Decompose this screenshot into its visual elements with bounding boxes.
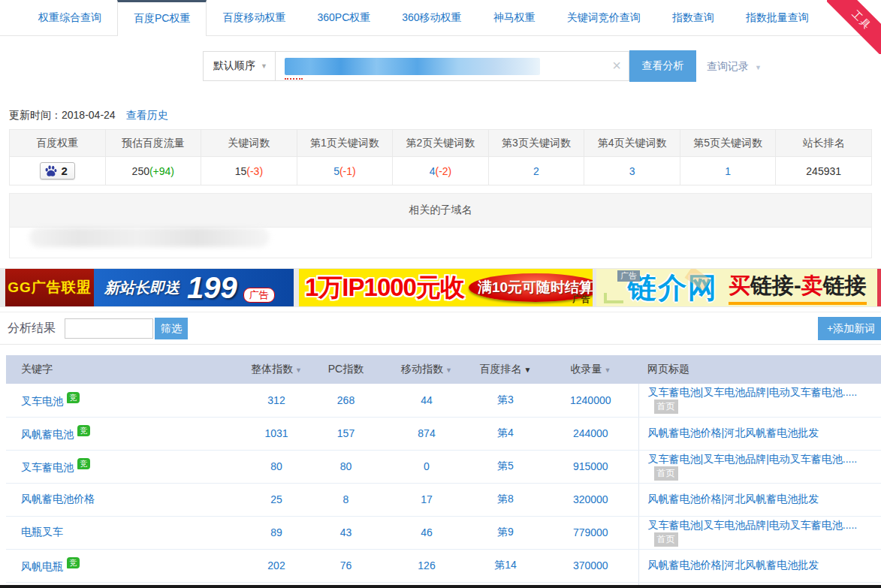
bottom-edge-bar <box>0 585 881 588</box>
homepage-badge: 首页 <box>654 532 678 547</box>
ad1-brand: GG广告联盟 <box>5 269 94 306</box>
page-title-cell: 风帆蓄电池价格|河北风帆蓄电池批发 <box>638 417 881 450</box>
corner-ribbon-label: 工具 <box>827 0 881 54</box>
chevron-down-icon: ▼ <box>755 64 762 71</box>
tab-baidu-mobile-weight[interactable]: 百度移动权重 <box>207 0 301 35</box>
results-header-page-title: 网页标题 <box>638 355 881 384</box>
table-row: 电瓶叉车894346第9779000叉车蓄电池|叉车电池品牌|电动叉车蓄电池..… <box>6 516 881 549</box>
results-body: 叉车电池竞31226844第31240000叉车蓄电池|叉车电池品牌|电动叉车蓄… <box>6 384 881 588</box>
bidding-icon: 竞 <box>67 392 80 403</box>
keyword-link[interactable]: 风帆蓄电池 <box>21 428 74 440</box>
sort-order-dropdown[interactable]: 默认顺序 ▼ <box>203 51 276 81</box>
traffic-delta: (+94) <box>149 165 174 177</box>
tab-keyword-bidding-query[interactable]: 关键词竞价查询 <box>551 0 656 35</box>
pc-index-cell: 268 <box>306 384 385 417</box>
overall-index-cell: 25 <box>246 483 306 516</box>
page1-delta: (-1) <box>339 165 356 177</box>
search-section: 默认顺序 ▼ × 查看分析 查询记录 ▼ <box>0 36 881 98</box>
stats-header-baidu-weight: 百度权重 <box>10 130 106 157</box>
keyword-link[interactable]: 叉车电池 <box>21 395 63 407</box>
filter-input[interactable] <box>65 318 153 339</box>
stats-header-page4: 第4页关键词数 <box>584 130 680 157</box>
tab-360-mobile-weight[interactable]: 360移动权重 <box>386 0 477 35</box>
ad2-slogan: 1万IP1000元收 <box>305 271 464 305</box>
page5-cell: 1 <box>680 157 776 185</box>
redacted-domain-value <box>285 58 540 75</box>
tab-weight-overview[interactable]: 权重综合查询 <box>23 0 117 35</box>
homepage-badge: 首页 <box>654 466 678 481</box>
view-history-link[interactable]: 查看历史 <box>126 109 168 122</box>
keyword-results-table: 关键字整体指数▼PC指数移动指数▼百度排名▼收录量▼网页标题 叉车电池竞3122… <box>6 355 881 588</box>
filter-section: 分析结果 筛选 +添加新词 <box>0 312 881 345</box>
tab-baidu-pc-weight[interactable]: 百度PC权重 <box>117 0 207 36</box>
stats-header-page2: 第2页关键词数 <box>393 130 489 157</box>
results-header-collected-count[interactable]: 收录量▼ <box>543 355 638 384</box>
overall-index-cell: 80 <box>246 450 306 483</box>
results-header-mobile-index[interactable]: 移动指数▼ <box>385 355 468 384</box>
page-title-link[interactable]: 风帆蓄电池价格|河北风帆蓄电池批发 <box>648 559 819 571</box>
keyword-link[interactable]: 叉车蓄电池 <box>21 461 74 473</box>
stats-header-page3: 第3页关键词数 <box>488 130 584 157</box>
homepage-badge: 首页 <box>654 400 678 414</box>
keyword-link[interactable]: 电瓶叉车 <box>21 526 63 538</box>
query-history-link[interactable]: 查询记录 ▼ <box>707 60 762 74</box>
sort-arrow-icon: ▼ <box>605 366 611 374</box>
tab-shenma-weight[interactable]: 神马权重 <box>478 0 551 35</box>
corner-ribbon[interactable]: 工具 <box>827 0 881 54</box>
page-title-link[interactable]: 叉车蓄电池|叉车电池品牌|电动叉车蓄电池..... <box>648 453 858 465</box>
pc-index-cell: 76 <box>306 549 385 582</box>
tab-360-pc-weight[interactable]: 360PC权重 <box>301 0 386 35</box>
ad-banner-link-market[interactable]: 广告 链介网 买链接-卖链接 <box>596 269 881 306</box>
pc-index-cell: 80 <box>306 450 385 483</box>
page-title-link[interactable]: 叉车蓄电池|叉车电池品牌|电动叉车蓄电池..... <box>648 386 858 398</box>
filter-button[interactable]: 筛选 <box>155 318 188 339</box>
page-title-link[interactable]: 风帆蓄电池价格|河北风帆蓄电池批发 <box>648 427 819 439</box>
related-subdomains-body <box>10 228 871 258</box>
add-keyword-button[interactable]: +添加新词 <box>818 317 881 340</box>
collected-count-cell: 370000 <box>543 549 638 582</box>
tab-index-batch-query[interactable]: 指数批量查询 <box>730 0 825 35</box>
keyword-link[interactable]: 风帆电瓶 <box>21 560 63 572</box>
results-header-row: 关键字整体指数▼PC指数移动指数▼百度排名▼收录量▼网页标题 <box>6 355 881 384</box>
analysis-result-label: 分析结果 <box>8 321 56 336</box>
overall-index-cell: 312 <box>246 384 306 417</box>
page-title-cell: 叉车蓄电池|叉车电池品牌|电动叉车蓄电池.....首页 <box>638 516 881 549</box>
results-header-baidu-rank[interactable]: 百度排名▼ <box>468 355 543 384</box>
page-title-link[interactable]: 风帆蓄电池价格|河北风帆蓄电池批发 <box>648 493 819 505</box>
clear-input-icon[interactable]: × <box>612 57 621 74</box>
keyword-delta: (-3) <box>246 165 263 177</box>
baidu-weight-badge[interactable]: 2 <box>40 162 75 179</box>
weight-stats-table: 百度权重 预估百度流量 关键词数 第1页关键词数 第2页关键词数 第3页关键词数… <box>9 129 872 185</box>
chevron-down-icon: ▼ <box>261 62 267 70</box>
tab-index-query[interactable]: 指数查询 <box>656 0 730 35</box>
results-header-pc-index: PC指数 <box>306 355 385 384</box>
sort-order-label: 默认顺序 <box>213 59 255 73</box>
mobile-index-cell: 874 <box>385 417 468 450</box>
ad3-buy: 买 <box>729 273 750 297</box>
bidding-icon: 竞 <box>77 425 90 436</box>
pc-index-cell: 43 <box>306 516 385 549</box>
related-subdomains-title: 相关的子域名 <box>10 193 871 228</box>
pc-index-cell: 157 <box>306 417 385 450</box>
keyword-link[interactable]: 风帆蓄电池价格 <box>21 493 95 505</box>
baidu-rank-cell: 第8 <box>468 483 543 516</box>
ad-banner-ip-offer[interactable]: 1万IP1000元收 满10元可随时结算 广告 <box>299 269 593 306</box>
table-row: 风帆蓄电池竞1031157874第4244000风帆蓄电池价格|河北风帆蓄电池批… <box>6 417 881 450</box>
stats-header-rank: 站长排名 <box>776 130 872 157</box>
page-title-link[interactable]: 叉车蓄电池|叉车电池品牌|电动叉车蓄电池..... <box>648 519 858 531</box>
redacted-subdomain-link[interactable] <box>29 228 270 247</box>
mobile-index-cell: 17 <box>385 483 468 516</box>
ad-strip: GG广告联盟 新站长即送 199 广告 1万IP1000元收 满10元可随时结算… <box>0 268 881 307</box>
ad-banner-gg-alliance[interactable]: GG广告联盟 新站长即送 199 广告 <box>5 269 294 306</box>
page-title-cell: 叉车蓄电池|叉车电池品牌|电动叉车蓄电池.....首页 <box>638 450 881 483</box>
mobile-index-cell: 44 <box>385 384 468 417</box>
page-title-cell: 叉车蓄电池|叉车电池品牌|电动叉车蓄电池.....首页 <box>638 384 881 417</box>
collected-count-cell: 915000 <box>543 450 638 483</box>
ad-edge-sliver <box>877 269 881 306</box>
domain-input[interactable]: × <box>275 51 629 81</box>
results-header-overall-index[interactable]: 整体指数▼ <box>246 355 306 384</box>
baidu-weight-query-page: 权重综合查询百度PC权重百度移动权重360PC权重360移动权重神马权重关键词竞… <box>0 0 881 588</box>
analyze-button[interactable]: 查看分析 <box>629 50 696 82</box>
bidding-icon: 竞 <box>67 557 80 568</box>
results-header-keyword: 关键字 <box>6 355 246 384</box>
